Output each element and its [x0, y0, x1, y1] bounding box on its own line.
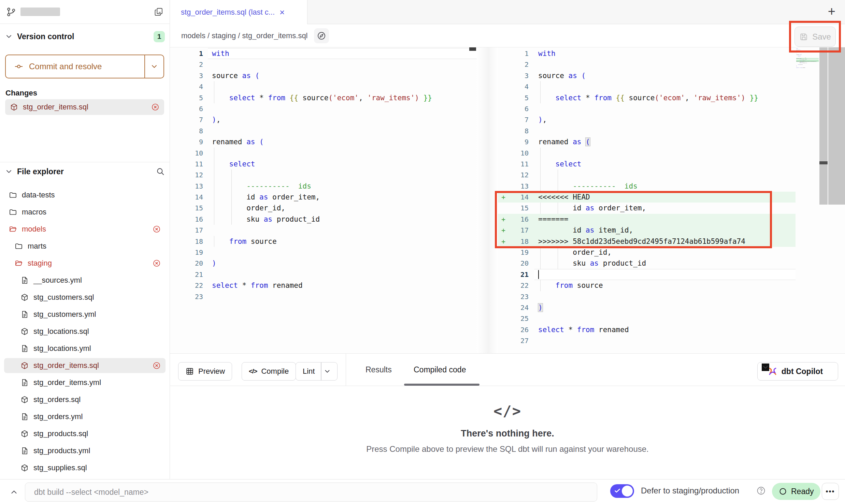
- file-item--sources-yml[interactable]: __sources.yml: [4, 273, 166, 288]
- code-line-20[interactable]: 20): [170, 258, 477, 269]
- scrollbar-thumb[interactable]: [469, 47, 476, 51]
- removed-x-circle-icon[interactable]: [153, 361, 161, 370]
- more-options-button[interactable]: •••: [822, 483, 839, 500]
- file-explorer-header[interactable]: File explorer: [0, 165, 170, 178]
- file-item-stg-locations-sql[interactable]: stg_locations.sql: [4, 324, 166, 339]
- code-line-18[interactable]: 18 from source: [170, 236, 477, 247]
- code-line-5[interactable]: 5 select * from {{ source('ecom', 'raw_i…: [498, 92, 796, 103]
- file-item-stg-order-items-yml[interactable]: stg_order_items.yml: [4, 375, 166, 390]
- code-line-6[interactable]: 6: [498, 103, 796, 114]
- code-line-21[interactable]: 21: [498, 269, 796, 280]
- file-item-data-tests[interactable]: data-tests: [4, 188, 166, 203]
- removed-x-circle-icon[interactable]: [153, 259, 161, 267]
- code-line-21[interactable]: 21: [170, 269, 477, 280]
- dbt-command-input[interactable]: [25, 483, 597, 502]
- code-line-2[interactable]: 2: [498, 59, 796, 70]
- version-control-header[interactable]: Version control 1: [0, 30, 170, 43]
- code-line-20[interactable]: 20 sku as product_id: [498, 258, 796, 269]
- tab-stg-order-items[interactable]: stg_order_items.sql (last c... ×: [170, 0, 307, 24]
- file-item-stg-order-items-sql[interactable]: stg_order_items.sql: [4, 358, 166, 373]
- code-line-10[interactable]: 10: [498, 148, 796, 159]
- file-item-marts[interactable]: marts: [4, 239, 166, 254]
- file-item-stg-customers-yml[interactable]: stg_customers.yml: [4, 307, 166, 322]
- file-item-stg-supplies-sql[interactable]: stg_supplies.sql: [4, 460, 166, 475]
- code-line-13[interactable]: 13 ---------- ids: [498, 181, 796, 192]
- code-line-8[interactable]: 8: [498, 125, 796, 136]
- code-line-8[interactable]: 8: [170, 125, 477, 136]
- file-item-stg-locations-yml[interactable]: stg_locations.yml: [4, 341, 166, 356]
- code-line-22[interactable]: 22 from source: [498, 280, 796, 291]
- chevron-up-icon[interactable]: [10, 488, 18, 496]
- code-line-9[interactable]: 9renamed as (: [498, 136, 796, 147]
- lineage-icon: [317, 31, 326, 41]
- code-line-11[interactable]: 11 select: [498, 159, 796, 169]
- file-item-models[interactable]: models: [4, 222, 166, 237]
- code-line-7[interactable]: 7),: [498, 114, 796, 125]
- code-content: with: [534, 48, 796, 59]
- code-line-13[interactable]: 13 ---------- ids: [170, 181, 477, 192]
- dbt-copilot-button[interactable]: dbt Copilot: [757, 362, 838, 381]
- code-line-19[interactable]: 19 order_id,: [498, 247, 796, 258]
- tab-compiled-code[interactable]: Compiled code: [414, 354, 466, 386]
- code-line-12[interactable]: 12: [170, 169, 477, 180]
- code-line-25[interactable]: 25: [498, 313, 796, 324]
- file-item-stg-customers-sql[interactable]: stg_customers.sql: [4, 290, 166, 305]
- panel-scrollbar[interactable]: [828, 47, 845, 205]
- code-line-10[interactable]: 10: [170, 148, 477, 159]
- compile-button[interactable]: </> Compile: [242, 362, 296, 381]
- line-number: 7: [170, 114, 208, 125]
- status-badge[interactable]: Ready: [772, 483, 820, 500]
- code-line-3[interactable]: 3source as (: [498, 70, 796, 81]
- file-item-stg-order-items-sql[interactable]: stg_order_items.sql: [5, 99, 164, 115]
- code-line-9[interactable]: 9renamed as (: [170, 136, 477, 147]
- code-line-7[interactable]: 7),: [170, 114, 477, 125]
- code-line-4[interactable]: 4: [498, 81, 796, 92]
- code-line-6[interactable]: 6: [170, 103, 477, 114]
- commit-dropdown-button[interactable]: [145, 55, 163, 78]
- compile-label: Compile: [261, 367, 289, 376]
- file-item-staging[interactable]: staging: [4, 256, 166, 271]
- file-item-stg-orders-sql[interactable]: stg_orders.sql: [4, 392, 166, 407]
- code-line-2[interactable]: 2: [170, 59, 477, 70]
- code-line-24[interactable]: 24): [498, 302, 796, 313]
- defer-toggle[interactable]: [610, 484, 634, 498]
- scrollbar-thumb[interactable]: [819, 161, 828, 164]
- code-line-5[interactable]: 5 select * from {{ source('ecom', 'raw_i…: [170, 92, 477, 103]
- branch-name-placeholder[interactable]: [20, 8, 60, 16]
- breadcrumb-path[interactable]: models / staging / stg_order_items.sql: [181, 31, 308, 40]
- tab-results[interactable]: Results: [366, 354, 392, 386]
- preview-button[interactable]: Preview: [178, 362, 232, 381]
- code-line-23[interactable]: 23: [498, 291, 796, 302]
- new-tab-button[interactable]: +: [828, 5, 835, 18]
- commit-and-resolve-button[interactable]: Commit and resolve: [5, 55, 164, 78]
- code-line-17[interactable]: 17: [170, 225, 477, 236]
- code-line-12[interactable]: 12: [498, 169, 796, 180]
- editor-scrollbar[interactable]: [819, 47, 828, 205]
- code-line-1[interactable]: 1with: [170, 48, 477, 59]
- removed-x-circle-icon[interactable]: [153, 225, 161, 233]
- code-line-22[interactable]: 22select * from renamed: [170, 280, 477, 291]
- code-line-4[interactable]: 4: [170, 81, 477, 92]
- file-item-stg-products-yml[interactable]: stg_products.yml: [4, 443, 166, 458]
- code-line-11[interactable]: 11 select: [170, 159, 477, 169]
- code-line-16[interactable]: 16 sku as product_id: [170, 214, 477, 225]
- close-icon[interactable]: ×: [280, 8, 285, 17]
- file-item-stg-orders-yml[interactable]: stg_orders.yml: [4, 409, 166, 424]
- file-item-macros[interactable]: macros: [4, 205, 166, 220]
- search-icon[interactable]: [156, 167, 165, 176]
- code-line-1[interactable]: 1with: [498, 48, 796, 59]
- lint-dropdown-button[interactable]: [321, 362, 337, 380]
- file-item-stg-products-sql[interactable]: stg_products.sql: [4, 426, 166, 441]
- copy-icon[interactable]: [154, 7, 163, 17]
- code-line-3[interactable]: 3source as (: [170, 70, 477, 81]
- code-line-26[interactable]: 26select * from renamed: [498, 324, 796, 335]
- code-line-14[interactable]: 14 id as order_item,: [170, 192, 477, 203]
- help-icon[interactable]: [756, 486, 766, 495]
- lint-button[interactable]: Lint: [296, 362, 338, 381]
- code-line-27[interactable]: 27: [498, 335, 796, 346]
- lineage-button[interactable]: [314, 28, 329, 43]
- code-line-19[interactable]: 19: [170, 247, 477, 258]
- code-line-23[interactable]: 23: [170, 291, 477, 302]
- code-line-15[interactable]: 15 order_id,: [170, 203, 477, 213]
- removed-x-circle-icon[interactable]: [151, 103, 159, 111]
